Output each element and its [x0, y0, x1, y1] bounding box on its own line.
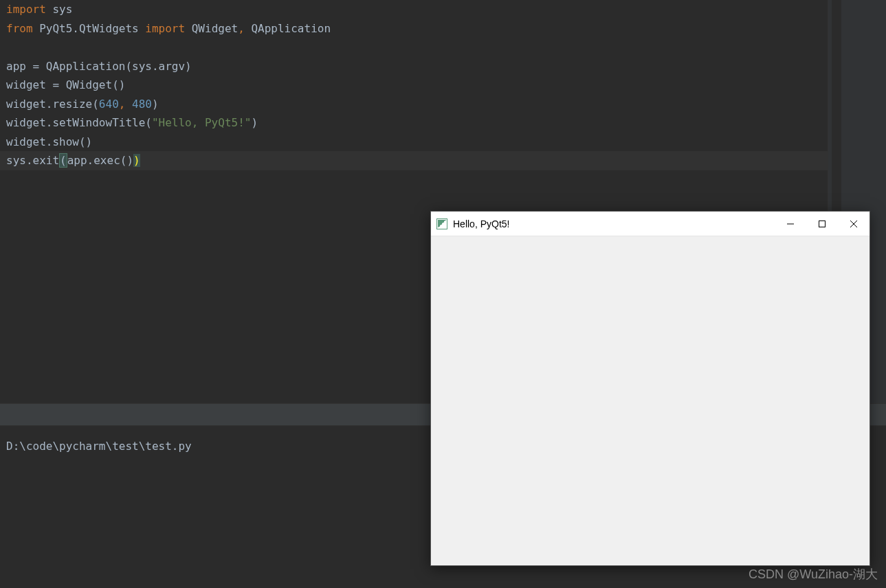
window-icon [436, 218, 447, 229]
matched-paren-open: ( [59, 153, 67, 168]
comma: , [238, 22, 245, 35]
code-text: widget.setWindowTitle( [6, 116, 152, 129]
window-content-area[interactable] [431, 236, 870, 565]
space [125, 98, 132, 111]
keyword-import: import [145, 22, 185, 35]
minimize-button[interactable] [775, 212, 806, 236]
code-text: app.exec() [67, 154, 133, 167]
maximize-button[interactable] [806, 212, 838, 236]
close-paren: ) [251, 116, 258, 129]
code-text: widget = QWidget() [6, 78, 125, 91]
code-text: app = QApplication(sys.argv) [6, 60, 192, 73]
code-line-6[interactable]: widget.resize(640, 480) [0, 95, 828, 114]
code-line-5[interactable]: widget = QWidget() [0, 76, 828, 95]
code-text: sys.exit [6, 154, 59, 167]
import-item: QApplication [245, 22, 331, 35]
module-path: PyQt5.QtWidgets [33, 22, 146, 35]
matched-paren-close: ) [133, 154, 140, 167]
code-line-2[interactable]: from PyQt5.QtWidgets import QWidget, QAp… [0, 19, 828, 38]
code-line-9-active[interactable]: sys.exit(app.exec()) [0, 151, 828, 170]
keyword-import: import [6, 3, 46, 16]
code-line-8[interactable]: widget.show() [0, 133, 828, 152]
svg-rect-1 [819, 221, 826, 227]
close-button[interactable] [838, 212, 870, 236]
code-line-7[interactable]: widget.setWindowTitle("Hello, PyQt5!") [0, 113, 828, 133]
window-titlebar[interactable]: Hello, PyQt5! [431, 212, 870, 236]
number-literal: 640 [99, 98, 119, 111]
minimize-icon [787, 220, 794, 227]
code-line-3[interactable] [0, 38, 828, 57]
close-paren: ) [152, 98, 159, 111]
window-controls [775, 212, 870, 236]
code-line-4[interactable]: app = QApplication(sys.argv) [0, 57, 828, 76]
watermark-text: CSDN @WuZihao-湖大 [749, 566, 878, 583]
number-literal: 480 [132, 98, 152, 111]
code-line-1[interactable]: import sys [0, 0, 828, 19]
window-title: Hello, PyQt5! [453, 218, 775, 229]
keyword-from: from [6, 22, 33, 35]
maximize-icon [819, 220, 826, 227]
module-name: sys [46, 3, 73, 16]
code-text: widget.resize( [6, 98, 99, 111]
import-item: QWidget [185, 22, 238, 35]
comma: , [119, 98, 126, 111]
string-literal: "Hello, PyQt5!" [152, 116, 252, 129]
qt-app-window[interactable]: Hello, PyQt5! [430, 211, 870, 566]
close-icon [850, 220, 857, 227]
code-text: widget.show() [6, 135, 92, 148]
